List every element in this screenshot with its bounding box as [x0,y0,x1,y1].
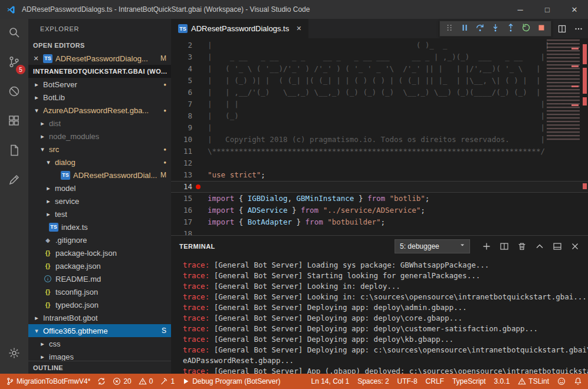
code-line[interactable]: 14 [171,181,588,193]
tree-item-azureadpasswordreset-gba[interactable]: ▾AzureADPasswordReset.gba...● [28,104,171,117]
activity-files-button[interactable] [0,137,28,166]
split-editor-button[interactable] [557,24,567,34]
terminal-panel: TERMINAL 5: debuggee trace: [General Bot… [171,235,588,374]
activity-source-control-button[interactable]: 5 [0,48,28,78]
activity-search-button[interactable] [0,19,28,48]
step-into-button[interactable] [488,22,502,36]
tree-item-dist[interactable]: ▸dist [28,117,171,130]
code-line[interactable]: 10| Copyright 2018 (c) pragmatismo.io. T… [171,134,588,146]
activity-settings-button[interactable] [0,339,28,369]
code-line[interactable]: 17import { BotAdapter } from "botbuilder… [171,216,588,228]
pause-button[interactable] [458,22,472,36]
split-terminal-button[interactable] [500,242,509,251]
step-over-button[interactable] [473,22,487,36]
code-line[interactable]: 2| ( )_ _ | [171,39,588,51]
tree-item-model[interactable]: ▸model [28,182,171,194]
code-line[interactable]: 16import { ADService } from "../service/… [171,205,588,216]
error-mark [583,97,587,106]
eol[interactable]: CRLF [426,377,444,385]
tree-item-label: tsconfig.json [55,288,98,296]
language-mode[interactable]: TypeScript [452,377,486,385]
tree-item-readme-md[interactable]: README.md [28,272,171,285]
maximize-button[interactable]: □ [534,0,561,19]
close-panel-button[interactable] [570,242,580,251]
debug-program[interactable]: Debug Program (BotServer) [182,377,280,385]
git-branch[interactable]: MigrationToBotFmwV4* [6,377,90,385]
sync[interactable] [97,377,106,385]
tree-item-src[interactable]: ▾src● [28,143,171,156]
tab-adresetpassworddialogs[interactable]: TS ADResetPasswordDialogs.ts ✕ [171,19,308,38]
code-line[interactable]: 15import { IGBDialog, GBMinInstance } fr… [171,193,588,205]
close-button[interactable]: ✕ [561,0,588,19]
code-editor[interactable]: 2| ( )_ _ |3| _ __ _ __ _ _ __ _ _ __ __… [171,38,588,235]
tslint-status[interactable]: TSLint [518,377,549,385]
outline-header[interactable]: OUTLINE [28,361,171,374]
tree-item-package-lock-json[interactable]: {}package-lock.json [28,246,171,259]
kill-terminal-icon [517,242,527,251]
tree-item-tsconfig-json[interactable]: {}tsconfig.json [28,285,171,298]
tree-item-typedoc-json[interactable]: {}typedoc.json [28,298,171,311]
code-line[interactable]: 6| | ,__/'(_) \__,_) \__,_) (_) (_) (_) … [171,87,588,98]
restart-button[interactable] [519,22,533,36]
code-line[interactable]: 8| (_) | [171,110,588,122]
cursor-position[interactable]: Ln 14, Col 1 [311,377,349,385]
code-line[interactable]: 18 [171,228,588,235]
sidebar-title: EXPLORER [28,19,171,39]
maximize-panel-button[interactable] [535,242,544,251]
line-number: 3 [171,51,208,63]
terminal-output[interactable]: trace: [General Bot Server] Loading sys … [171,256,588,377]
tree-item-index-ts[interactable]: TSindex.ts [28,220,171,233]
drag-handle-button[interactable] [442,22,456,36]
tree-item-intranetbot-gbot[interactable]: ▸IntranetBot.gbot [28,311,171,324]
tree-item-gitignore[interactable]: ◆.gitignore [28,233,171,246]
encoding[interactable]: UTF-8 [398,377,418,385]
feedback[interactable] [557,377,566,385]
notifications[interactable] [574,377,582,385]
activity-edit-button[interactable] [0,166,28,196]
errors[interactable]: 20 [113,377,131,385]
code-line[interactable]: 13"use strict"; [171,169,588,181]
terminal-selector[interactable]: 5: debuggee [395,239,470,253]
close-icon[interactable]: ✕ [32,55,40,62]
step-into-icon [491,23,500,35]
tree-item-node-modules[interactable]: ▸node_modules [28,130,171,143]
close-icon[interactable]: ✕ [296,25,301,32]
code-line[interactable]: 12 [171,157,588,169]
terminal-tab[interactable]: TERMINAL [179,243,215,250]
status-label: UTF-8 [398,377,418,385]
minimize-button[interactable]: ─ [507,0,534,19]
tree-item-package-json[interactable]: {}package.json [28,259,171,272]
restart-icon [521,23,531,35]
tree-item-botlib[interactable]: ▸BotLib [28,91,171,104]
tree-item-service[interactable]: ▸service [28,194,171,207]
tree-item-test[interactable]: ▸test [28,207,171,220]
code-line[interactable]: 3| _ __ _ __ _ _ __ _ _ __ ___ __ _ | ,_… [171,51,588,63]
indentation[interactable]: Spaces: 2 [357,377,389,385]
tree-item-dialog[interactable]: ▾dialog● [28,156,171,169]
activity-extensions-button[interactable] [0,107,28,137]
panel-position-button[interactable] [553,242,562,251]
ts-file-icon: TS [61,171,70,180]
tool-count[interactable]: 1 [160,377,175,385]
kill-terminal-button[interactable] [517,242,527,251]
code-line[interactable]: 5| | (_) )| | ( (_| |( (_| | | ( ) ( ) |… [171,75,588,87]
code-line[interactable]: 11\*************************************… [171,146,588,157]
more-actions-button[interactable] [574,24,583,34]
workspace-section-header[interactable]: INTRANETBOTQUICKSTART.GBAI (WO... [28,65,171,78]
open-editors-header[interactable]: OPEN EDITORS [28,39,171,52]
step-out-button[interactable] [504,22,518,36]
open-editor-item[interactable]: ✕ TS ADResetPasswordDialog... M [28,52,171,65]
new-terminal-button[interactable] [482,242,491,251]
code-line[interactable]: 9| | [171,122,588,134]
warnings[interactable]: 0 [139,377,153,385]
tree-item-css[interactable]: ▸css [28,337,171,350]
stop-button[interactable] [534,22,548,36]
code-line[interactable]: 7| | | | [171,98,588,110]
minimap[interactable] [547,39,580,141]
tree-item-adresetpassworddial[interactable]: TSADResetPasswordDial...M [28,169,171,182]
tree-item-office365-gbtheme[interactable]: ▾Office365.gbthemeS [28,324,171,337]
typescript-version[interactable]: 3.0.1 [494,377,510,385]
code-line[interactable]: 4| ( '_ \ ( '__)/'_' ) /'_' ) ( '_ ' _ '… [171,63,588,75]
activity-debug-button[interactable] [0,78,28,107]
tree-item-botserver[interactable]: ▸BotServer● [28,78,171,91]
